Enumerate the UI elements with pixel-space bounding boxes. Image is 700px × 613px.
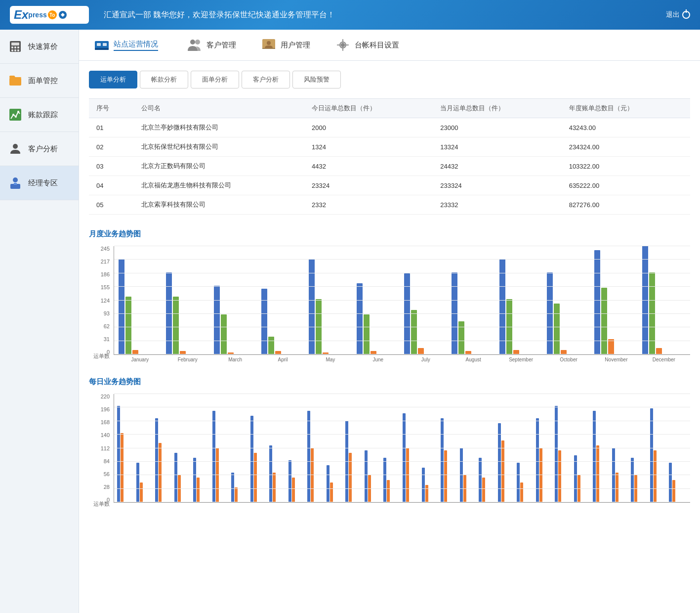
monthly-x-label: January bbox=[118, 357, 162, 362]
top-nav-station-ops[interactable]: 站点运营情况 bbox=[89, 35, 167, 55]
daily-bar-group bbox=[174, 453, 193, 502]
daily-bar-orange bbox=[121, 433, 124, 502]
svg-rect-6 bbox=[11, 49, 13, 51]
tab-risk-warning[interactable]: 风险预警 bbox=[292, 71, 341, 88]
daily-bar-blue bbox=[383, 458, 386, 502]
cell-year: 234324.00 bbox=[562, 137, 690, 157]
top-nav-account-settings[interactable]: 台帐科目设置 bbox=[330, 35, 404, 55]
daily-bar-blue bbox=[288, 460, 291, 502]
station-ops-label: 站点运营情况 bbox=[114, 40, 158, 48]
daily-bar-blue bbox=[269, 445, 272, 502]
tab-form-analysis[interactable]: 面单分析 bbox=[191, 71, 239, 88]
cell-company: 北京方正数码有限公司 bbox=[134, 157, 304, 176]
daily-bar-blue bbox=[365, 450, 368, 502]
svg-rect-9 bbox=[9, 78, 21, 86]
monthly-bar-orange bbox=[608, 339, 614, 354]
sidebar-item-manager-zone[interactable]: 经理专区 bbox=[0, 166, 79, 200]
monthly-x-label: May bbox=[309, 357, 352, 362]
daily-chart-container: 2201961681401128456280 运单数 bbox=[89, 394, 690, 508]
daily-bar-orange bbox=[273, 473, 276, 502]
cell-company: 北京索享科技有限公司 bbox=[134, 195, 304, 215]
sidebar-item-account-track[interactable]: 账款跟踪 bbox=[0, 98, 79, 132]
daily-y-label: 112 bbox=[101, 446, 110, 451]
logout-button[interactable]: 退出 bbox=[666, 10, 690, 19]
svg-point-25 bbox=[267, 41, 271, 45]
daily-bar-group bbox=[441, 418, 459, 502]
sidebar-label-quick-calc: 快速算价 bbox=[28, 42, 58, 51]
daily-bar-orange bbox=[425, 485, 428, 502]
daily-bar-orange bbox=[672, 480, 675, 502]
daily-y-label: 220 bbox=[101, 394, 110, 399]
daily-bar-group bbox=[631, 458, 649, 502]
calculator-icon bbox=[7, 39, 23, 54]
grid-line bbox=[114, 394, 690, 394]
grid-line bbox=[114, 246, 690, 246]
monthly-bar-group bbox=[214, 286, 257, 354]
daily-bar-orange bbox=[197, 478, 200, 502]
logo-icon bbox=[58, 10, 68, 20]
grid-line bbox=[114, 421, 690, 421]
daily-bar-orange bbox=[387, 480, 390, 502]
monthly-y-axis-label: 运单数 bbox=[93, 352, 110, 360]
top-nav-user-mgmt[interactable]: 用户管理 bbox=[256, 35, 315, 55]
daily-bar-blue bbox=[536, 418, 539, 502]
svg-point-11 bbox=[12, 114, 14, 116]
cell-month: 23000 bbox=[433, 118, 561, 137]
tab-customer-analysis[interactable]: 客户分析 bbox=[242, 71, 290, 88]
tab-waybill-analysis[interactable]: 运单分析 bbox=[89, 71, 137, 88]
cell-seq: 03 bbox=[89, 157, 134, 176]
daily-y-label: 84 bbox=[101, 459, 110, 464]
daily-y-label: 56 bbox=[101, 472, 110, 477]
daily-bar-blue bbox=[517, 463, 520, 502]
monthly-y-label: 186 bbox=[101, 272, 110, 277]
cell-month: 24432 bbox=[433, 157, 561, 176]
daily-bar-blue bbox=[174, 453, 177, 502]
daily-bar-group bbox=[479, 458, 497, 502]
svg-point-22 bbox=[190, 40, 195, 44]
monthly-chart-title: 月度业务趋势图 bbox=[89, 229, 690, 239]
grid-line bbox=[114, 434, 690, 435]
daily-y-label: 140 bbox=[101, 433, 110, 438]
chart-icon bbox=[7, 107, 23, 123]
cell-company: 北京福佑龙惠生物科技有限公司 bbox=[134, 176, 304, 195]
daily-y-label: 196 bbox=[101, 407, 110, 412]
cell-company: 北京拓保世纪科技有限公司 bbox=[134, 137, 304, 157]
account-settings-label: 台帐科目设置 bbox=[355, 41, 399, 50]
svg-rect-17 bbox=[14, 183, 17, 185]
svg-point-12 bbox=[15, 116, 17, 118]
grid-line bbox=[114, 475, 690, 475]
main-content: 站点运营情况 客户管理 bbox=[79, 30, 700, 613]
sidebar-item-customer-analysis[interactable]: 客户分析 bbox=[0, 132, 79, 166]
cell-month: 13324 bbox=[433, 137, 561, 157]
col-year: 年度账单总数目（元） bbox=[562, 99, 690, 118]
cell-today: 2332 bbox=[304, 195, 433, 215]
daily-bar-orange bbox=[349, 453, 352, 502]
grid-line bbox=[114, 313, 690, 314]
svg-point-13 bbox=[17, 111, 19, 113]
cell-year: 635222.00 bbox=[562, 176, 690, 195]
monthly-y-label: 245 bbox=[101, 246, 110, 252]
monthly-bar-group bbox=[357, 283, 400, 354]
sidebar-item-face-control[interactable]: 面单管控 bbox=[0, 64, 79, 98]
daily-bar-group bbox=[574, 455, 592, 502]
grid-line bbox=[114, 407, 690, 407]
svg-rect-7 bbox=[14, 49, 16, 51]
sidebar-item-quick-calc[interactable]: 快速算价 bbox=[0, 30, 79, 64]
daily-chart-title: 每日业务趋势图 bbox=[89, 377, 690, 387]
monthly-x-label: April bbox=[261, 357, 304, 362]
grid-line bbox=[114, 354, 690, 354]
tab-account-analysis[interactable]: 帐款分析 bbox=[140, 71, 188, 88]
daily-bar-group bbox=[231, 473, 249, 502]
daily-bar-group bbox=[365, 450, 383, 502]
daily-bar-orange bbox=[596, 445, 599, 502]
monthly-bar-green bbox=[411, 310, 417, 354]
grid-line bbox=[114, 448, 690, 448]
cell-today: 2000 bbox=[304, 118, 433, 137]
svg-rect-2 bbox=[11, 43, 19, 45]
sidebar-label-account-track: 账款跟踪 bbox=[28, 110, 58, 120]
grid-line bbox=[114, 259, 690, 260]
grid-line bbox=[114, 341, 690, 341]
top-nav-customer-mgmt[interactable]: 客户管理 bbox=[182, 35, 241, 55]
monthly-x-label: October bbox=[547, 357, 590, 362]
svg-point-14 bbox=[13, 144, 18, 149]
